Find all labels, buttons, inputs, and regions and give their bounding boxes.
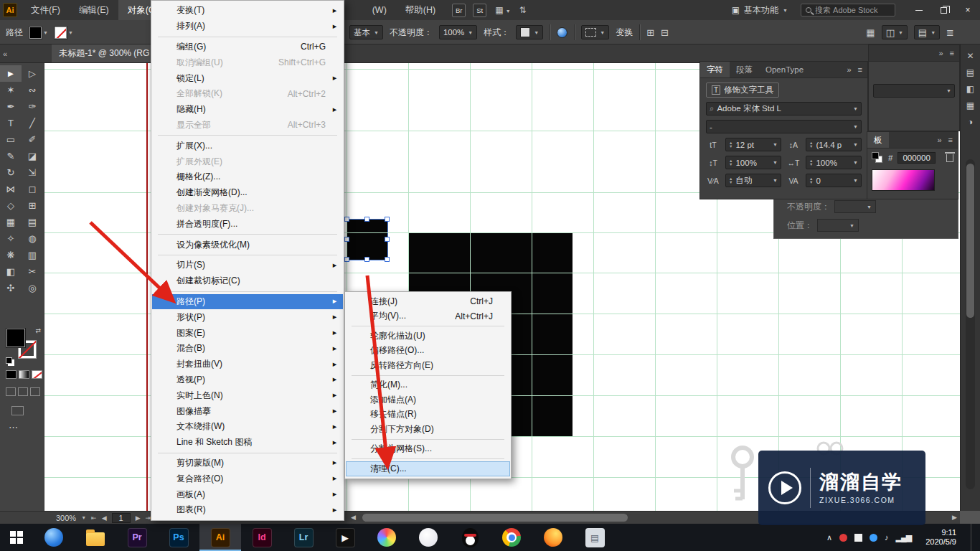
panel-preset-dropdown[interactable]: ◫▼ bbox=[882, 25, 908, 39]
layout-preset-dropdown[interactable]: ▤▼ bbox=[914, 25, 940, 39]
premiere-icon[interactable]: Pr bbox=[116, 524, 158, 551]
scroll-left-icon[interactable]: ◀ bbox=[351, 514, 356, 521]
artboard-tool[interactable]: ◧ bbox=[0, 263, 22, 280]
path-submenu-item[interactable]: 偏移路径(O)... bbox=[346, 344, 510, 359]
object-menu-item[interactable]: 图像描摹▶ bbox=[152, 403, 343, 419]
rectangle-tool[interactable]: ▭ bbox=[0, 131, 22, 148]
object-menu-item[interactable]: 显示全部Alt+Ctrl+3 bbox=[152, 118, 343, 133]
width-tool[interactable]: ⋈ bbox=[0, 181, 22, 197]
show-desktop-button[interactable] bbox=[971, 524, 974, 551]
hand-tool[interactable]: ✣ bbox=[0, 280, 22, 296]
object-menu-item[interactable]: 复合路径(O)▶ bbox=[152, 471, 343, 486]
object-menu-item[interactable]: 图案(E)▶ bbox=[152, 325, 343, 341]
trash-icon[interactable] bbox=[946, 154, 953, 162]
paintbrush-tool[interactable]: ✐ bbox=[22, 131, 43, 148]
qq-icon[interactable] bbox=[449, 524, 491, 551]
menu-edit[interactable]: 编辑(E) bbox=[70, 0, 118, 20]
shape-builder-tool[interactable]: ◇ bbox=[0, 197, 22, 214]
fill-swatch[interactable] bbox=[6, 329, 25, 347]
draw-normal-button[interactable] bbox=[6, 387, 16, 396]
tab-swatches-partial[interactable]: 板 bbox=[867, 132, 889, 148]
object-menu-item[interactable]: 路径(P)▶ bbox=[152, 294, 343, 310]
object-menu-item[interactable]: 扩展外观(E) bbox=[152, 154, 343, 169]
magic-wand-tool[interactable]: ✶ bbox=[0, 82, 22, 98]
object-menu-item[interactable]: 文本绕排(W)▶ bbox=[152, 419, 343, 435]
gradient-mode-button[interactable] bbox=[19, 370, 29, 379]
tab-paragraph[interactable]: 段落 bbox=[730, 62, 759, 77]
lasso-tool[interactable]: ∾ bbox=[22, 82, 43, 98]
path-submenu-item[interactable]: 添加锚点(A) bbox=[346, 392, 510, 408]
start-button[interactable] bbox=[0, 524, 33, 551]
swap-fill-stroke-icon[interactable]: ⇄ bbox=[35, 327, 41, 334]
pinwheel-browser-icon[interactable] bbox=[366, 524, 407, 551]
blend-tool[interactable]: ◍ bbox=[22, 230, 43, 247]
path-submenu-item[interactable]: 反转路径方向(E) bbox=[346, 358, 510, 373]
panel-collapse-icon[interactable]: » bbox=[938, 49, 943, 57]
edit-toolbar-icon[interactable]: ⋯ bbox=[9, 422, 18, 433]
object-menu-item[interactable]: 隐藏(H)▶ bbox=[152, 102, 343, 118]
security-tray-icon[interactable] bbox=[839, 534, 847, 542]
horizontal-scale-stepper[interactable]: ▲▼100%▼ bbox=[806, 156, 862, 169]
curvature-tool[interactable]: ✑ bbox=[22, 98, 43, 115]
menu-file[interactable]: 文件(F) bbox=[22, 0, 70, 20]
taskbar-clock[interactable]: 9:11 2020/5/9 bbox=[918, 528, 963, 547]
selection-handle[interactable] bbox=[385, 217, 390, 222]
shaper-pencil-tool[interactable]: ✎ bbox=[0, 148, 22, 164]
hex-value-field[interactable]: 000000 bbox=[897, 152, 935, 164]
gradient-location-dropdown[interactable]: ▼ bbox=[817, 219, 859, 232]
type-tool[interactable]: T bbox=[0, 115, 22, 131]
tab-character[interactable]: 字符 bbox=[700, 62, 730, 77]
volume-icon[interactable]: ♪ bbox=[885, 533, 889, 542]
selection-handle[interactable] bbox=[364, 257, 369, 262]
sync-icon[interactable]: ⇅ bbox=[519, 5, 527, 15]
object-menu-item[interactable]: 形状(P)▶ bbox=[152, 309, 343, 325]
path-submenu-item[interactable]: 清理(C)... bbox=[346, 461, 510, 476]
object-menu-item[interactable]: 排列(A)▶ bbox=[152, 19, 343, 34]
layers-panel-icon[interactable]: ▦ bbox=[961, 100, 980, 110]
page-number-field[interactable]: 1 bbox=[112, 513, 131, 523]
menu-window-partial[interactable]: (W) bbox=[363, 0, 396, 20]
zoom-tool[interactable]: ◎ bbox=[22, 280, 43, 296]
color-mode-button[interactable] bbox=[6, 370, 17, 379]
rotate-tool[interactable]: ↻ bbox=[0, 164, 22, 181]
close-icon[interactable]: ✕ bbox=[961, 51, 980, 61]
browser-ball-icon[interactable] bbox=[33, 524, 75, 551]
gradient-tool[interactable]: ▤ bbox=[22, 214, 43, 230]
minimize-button[interactable] bbox=[907, 0, 931, 20]
graphic-style-dropdown[interactable]: ▼ bbox=[516, 25, 543, 39]
paint-app-icon[interactable]: ▤ bbox=[574, 524, 616, 551]
object-menu-item[interactable]: Line 和 Sketch 图稿▶ bbox=[152, 435, 343, 451]
panel-menu-icon[interactable]: ≣ bbox=[946, 27, 954, 38]
network-icon[interactable]: ▂▄▆ bbox=[895, 533, 911, 542]
path-submenu-item[interactable]: 连接(J)Ctrl+J bbox=[346, 294, 510, 309]
document-setup-globe-icon[interactable] bbox=[557, 27, 567, 38]
stock-icon[interactable]: St bbox=[473, 4, 486, 17]
object-menu-item[interactable]: 图表(R)▶ bbox=[152, 502, 343, 518]
vertical-scale-stepper[interactable]: ▲▼100%▼ bbox=[725, 156, 781, 169]
tab-opentype[interactable]: OpenType bbox=[759, 62, 810, 77]
previous-page-icon[interactable]: ◀ bbox=[102, 514, 107, 522]
selection-handle[interactable] bbox=[364, 217, 369, 222]
selection-tool[interactable]: ► bbox=[0, 65, 22, 82]
column-graph-tool[interactable]: ▥ bbox=[22, 247, 43, 263]
default-fill-stroke-icon[interactable] bbox=[6, 357, 12, 364]
pen-tool[interactable]: ✒ bbox=[0, 98, 22, 115]
cloud-tray-icon[interactable] bbox=[870, 534, 877, 542]
fill-color-dropdown[interactable]: ▼ bbox=[29, 27, 48, 39]
vertical-scroll-thumb[interactable] bbox=[966, 164, 974, 318]
close-button[interactable]: × bbox=[956, 0, 980, 20]
path-submenu-item[interactable]: 分割下方对象(D) bbox=[346, 422, 510, 437]
empty-dropdown[interactable]: ▼ bbox=[873, 84, 955, 98]
align-panel-icon[interactable]: ⊞ bbox=[646, 27, 654, 38]
libraries-panel-icon[interactable]: ◑ bbox=[961, 117, 980, 127]
object-menu-item[interactable]: 实时上色(N)▶ bbox=[152, 387, 343, 403]
black-white-swatch-pair[interactable] bbox=[872, 152, 883, 164]
panel-collapse-icon[interactable]: » bbox=[937, 136, 941, 144]
collapse-panels-icon[interactable]: « bbox=[3, 50, 7, 58]
draw-behind-button[interactable] bbox=[18, 387, 28, 396]
opacity-dropdown[interactable]: 100%▼ bbox=[439, 25, 477, 39]
object-menu-item[interactable]: 设为像素级优化(M) bbox=[152, 237, 343, 253]
gradient-opacity-dropdown[interactable]: ▼ bbox=[834, 200, 876, 213]
selection-handle[interactable] bbox=[385, 257, 390, 262]
white-app-icon[interactable] bbox=[407, 524, 449, 551]
